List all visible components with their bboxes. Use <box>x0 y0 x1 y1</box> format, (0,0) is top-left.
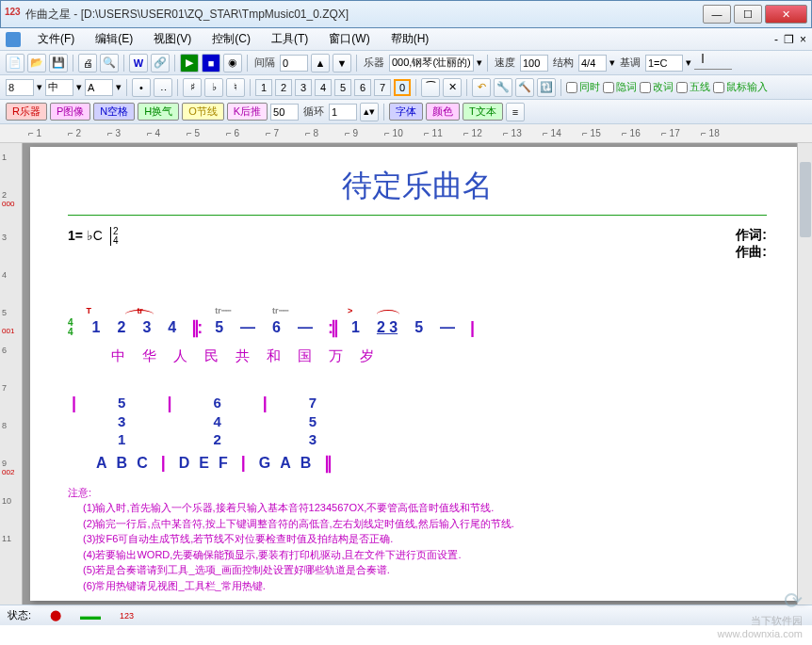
chord-note[interactable]: 6 <box>213 394 220 412</box>
letter-note[interactable]: D <box>179 455 190 472</box>
interval-down-icon[interactable]: ▼ <box>333 54 351 73</box>
color-button[interactable]: 颜色 <box>426 103 460 121</box>
letter-note[interactable]: B <box>117 455 128 472</box>
note[interactable]: >1 <box>346 319 365 336</box>
note[interactable]: 5 <box>409 319 429 336</box>
loop-spinner-icon[interactable]: ▴▾ <box>360 103 379 121</box>
dropdown-icon[interactable]: ▾ <box>686 56 691 69</box>
change-lyrics-check[interactable]: 改词 <box>640 80 674 94</box>
double-dot-icon[interactable]: ‥ <box>154 78 172 97</box>
chord-note[interactable]: 7 <box>309 394 317 412</box>
instrument-select[interactable] <box>389 55 474 72</box>
space-button[interactable]: N空格 <box>93 103 135 121</box>
chord-note[interactable]: 3 <box>118 412 125 431</box>
double-barline[interactable]: :‖ <box>324 317 340 338</box>
lyric-char[interactable]: 万 <box>323 347 349 365</box>
lyric-char[interactable]: 人 <box>168 347 193 365</box>
scroll-thumb[interactable] <box>800 162 811 237</box>
maximize-button[interactable]: ☐ <box>734 5 762 24</box>
flat-icon[interactable]: ♭ <box>204 78 223 97</box>
chord-column[interactable]: 642 <box>213 394 220 449</box>
hide-lyrics-check[interactable]: 隐词 <box>603 80 637 94</box>
song-title[interactable]: 待定乐曲名 <box>68 166 767 207</box>
music-page[interactable]: 待定乐曲名 1= ♭C 24 作词: 作曲: 44 T1 2 tr3 4 ‖: … <box>30 147 804 601</box>
tool2-icon[interactable]: 🔨 <box>515 78 534 97</box>
record-icon[interactable]: ◉ <box>223 54 242 73</box>
mdi-minimize-icon[interactable]: - <box>774 33 778 46</box>
tool1-icon[interactable]: 🔧 <box>494 78 512 97</box>
interval-up-icon[interactable]: ▲ <box>311 54 330 73</box>
menu-edit[interactable]: 编辑(E) <box>91 29 137 49</box>
menu-help[interactable]: 帮助(H) <box>387 29 433 49</box>
x-icon[interactable]: ✕ <box>443 78 462 97</box>
tie-icon[interactable]: ⁀ <box>421 78 440 97</box>
chord-note[interactable]: 5 <box>309 412 317 431</box>
menu-window[interactable]: 窗口(W) <box>325 29 373 49</box>
minimize-button[interactable]: — <box>703 5 731 24</box>
open-file-icon[interactable]: 📂 <box>27 54 46 73</box>
font-size-select[interactable] <box>85 79 113 96</box>
refresh-icon[interactable]: 🔃 <box>537 78 556 97</box>
text-button[interactable]: T文本 <box>463 103 503 121</box>
play-icon[interactable]: ▶ <box>180 54 199 73</box>
letter-note[interactable]: A <box>280 455 291 472</box>
lyric-char[interactable]: 中 <box>106 347 131 365</box>
key-select[interactable] <box>645 55 683 72</box>
barline[interactable]: | <box>466 318 479 338</box>
natural-icon[interactable]: ♮ <box>226 78 245 97</box>
lyric-char[interactable]: 共 <box>230 347 255 365</box>
chord-section[interactable]: | 531 | 642 | 753 <box>68 394 767 449</box>
new-file-icon[interactable]: 📄 <box>6 54 24 73</box>
note-5-button[interactable]: 5 <box>334 79 351 96</box>
menu-view[interactable]: 视图(V) <box>150 29 195 49</box>
letter-note[interactable]: B <box>300 455 312 472</box>
note[interactable]: tr┄┄6 <box>267 319 286 336</box>
chord-note[interactable]: 5 <box>118 394 125 412</box>
mdi-close-icon[interactable]: × <box>800 33 806 46</box>
note[interactable]: 2 <box>111 319 131 336</box>
close-button[interactable]: ✕ <box>765 5 807 24</box>
rest-dash[interactable]: — <box>434 319 461 336</box>
note-3-button[interactable]: 3 <box>295 79 312 96</box>
dot-icon[interactable]: • <box>132 78 151 97</box>
credits[interactable]: 作词: 作曲: <box>736 227 767 261</box>
letter-line[interactable]: ABC|DEF|GAB‖ <box>68 453 767 474</box>
chord-column[interactable]: 753 <box>309 394 317 449</box>
structure-input[interactable] <box>578 55 607 72</box>
letter-note[interactable]: A <box>96 455 107 472</box>
lyric-char[interactable]: 和 <box>261 347 286 365</box>
stop-icon[interactable]: ■ <box>202 54 220 73</box>
double-barline[interactable]: ‖: <box>187 317 203 338</box>
menu-tools[interactable]: 工具(T) <box>268 29 312 49</box>
lyric-line[interactable]: 中华人民共和国万岁 <box>68 347 767 365</box>
simultaneous-check[interactable]: 同时 <box>566 80 600 94</box>
font-button[interactable]: 字体 <box>389 103 423 121</box>
chord-note[interactable]: 1 <box>118 430 125 449</box>
staff-check[interactable]: 五线 <box>676 80 710 94</box>
save-file-icon[interactable]: 💾 <box>49 54 68 73</box>
word-export-icon[interactable]: W <box>129 54 148 73</box>
note-6-button[interactable]: 6 <box>354 79 371 96</box>
note-0-button[interactable]: 0 <box>394 79 411 96</box>
letter-note[interactable]: E <box>199 455 209 472</box>
note[interactable]: tr3 <box>137 319 156 336</box>
size-select[interactable] <box>45 79 73 96</box>
barline-button[interactable]: O节线 <box>182 103 224 121</box>
lyric-char[interactable]: 民 <box>199 347 224 365</box>
push-button[interactable]: K后推 <box>227 103 268 121</box>
speed-input[interactable] <box>520 55 548 72</box>
undo-icon[interactable]: ↶ <box>472 78 491 97</box>
sharp-icon[interactable]: ♯ <box>183 78 202 97</box>
interval-input[interactable] <box>280 55 308 72</box>
lyric-char[interactable]: 岁 <box>354 347 380 365</box>
letter-note[interactable]: C <box>137 455 148 472</box>
note-2-button[interactable]: 2 <box>275 79 292 96</box>
letter-note[interactable]: G <box>259 455 270 472</box>
note[interactable]: T1 <box>87 319 106 336</box>
letter-note[interactable]: F <box>219 455 228 472</box>
link-icon[interactable]: 🔗 <box>151 54 170 73</box>
lyric-char[interactable]: 国 <box>292 347 317 365</box>
volume-slider[interactable] <box>694 56 732 70</box>
image-button[interactable]: P图像 <box>50 103 90 121</box>
preview-icon[interactable]: 🔍 <box>100 54 119 73</box>
